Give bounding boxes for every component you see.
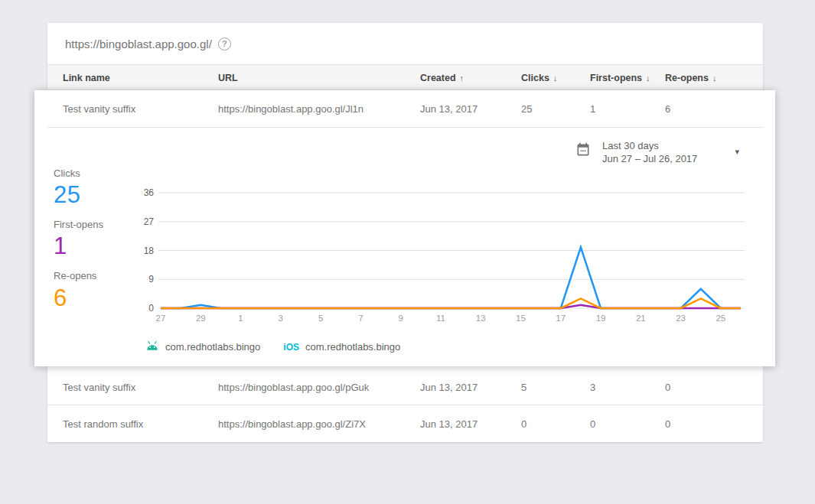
sort-desc-icon: ↓	[646, 73, 650, 83]
svg-text:17: 17	[556, 314, 566, 323]
svg-text:0: 0	[148, 303, 154, 314]
chart-legend: com.redhotlabs.bingo iOS com.redhotlabs.…	[145, 340, 400, 353]
link-name-cell: Test vanity suffix	[63, 369, 135, 405]
row-divider	[47, 127, 763, 128]
column-header-first-opens[interactable]: First-opens↓	[590, 65, 650, 90]
first-opens-stat-label: First-opens	[54, 219, 103, 230]
clicks-stat-label: Clicks	[54, 167, 80, 179]
table-row[interactable]: Test vanity suffix https://bingoblast.ap…	[47, 369, 763, 405]
table-row-expanded[interactable]: Test vanity suffix https://bingoblast.ap…	[34, 90, 775, 127]
re-opens-stat-label: Re-opens	[54, 270, 96, 281]
svg-text:5: 5	[318, 314, 323, 323]
svg-text:9: 9	[398, 314, 403, 323]
first-opens-cell: 0	[590, 405, 595, 442]
card-header: https://bingoblast.app.goo.gl/ ?	[47, 23, 763, 65]
expanded-link-analytics-panel: Test vanity suffix https://bingoblast.ap…	[34, 90, 775, 366]
date-range-preset: Last 30 days	[602, 139, 697, 152]
svg-text:15: 15	[516, 314, 526, 323]
svg-text:27: 27	[156, 314, 166, 323]
column-header-link-name[interactable]: Link name	[63, 65, 114, 90]
date-range-dates: Jun 27 – Jul 26, 2017	[602, 152, 697, 165]
clicks-stat-value: 25	[54, 181, 80, 209]
created-cell: Jun 13, 2017	[420, 90, 478, 127]
sort-desc-icon: ↓	[712, 73, 717, 83]
svg-text:9: 9	[148, 274, 154, 285]
svg-text:19: 19	[596, 314, 606, 323]
svg-text:13: 13	[476, 314, 486, 323]
svg-text:11: 11	[436, 314, 445, 323]
clicks-cell: 0	[521, 405, 526, 442]
legend-label: com.redhotlabs.bingo	[165, 341, 260, 353]
help-icon[interactable]: ?	[218, 37, 231, 50]
svg-text:36: 36	[144, 187, 155, 198]
legend-item-android: com.redhotlabs.bingo	[145, 340, 260, 353]
link-name-cell: Test vanity suffix	[63, 90, 135, 127]
sort-asc-icon: ↑	[460, 73, 465, 83]
svg-text:3: 3	[279, 314, 283, 323]
svg-text:7: 7	[358, 314, 363, 323]
column-header-url[interactable]: URL	[218, 65, 242, 90]
column-header-created[interactable]: Created↑	[420, 65, 464, 90]
re-opens-cell: 6	[665, 90, 670, 127]
table-row[interactable]: Test random suffix https://bingoblast.ap…	[47, 405, 763, 442]
column-header-re-opens[interactable]: Re-opens↓	[665, 65, 716, 90]
android-icon	[145, 340, 159, 353]
legend-item-ios: iOS com.redhotlabs.bingo	[283, 341, 400, 353]
svg-text:23: 23	[676, 314, 686, 323]
table-header: Link name URL Created↑ Clicks↓ First-ope…	[47, 65, 763, 90]
svg-text:27: 27	[144, 216, 155, 227]
sort-desc-icon: ↓	[553, 73, 558, 83]
legend-label: com.redhotlabs.bingo	[305, 341, 400, 353]
svg-text:29: 29	[196, 314, 206, 323]
re-opens-cell: 0	[665, 369, 670, 405]
calendar-icon	[575, 142, 591, 170]
created-cell: Jun 13, 2017	[420, 405, 478, 442]
clicks-cell: 25	[521, 90, 532, 127]
ios-icon: iOS	[283, 342, 299, 353]
clicks-cell: 5	[521, 369, 526, 405]
svg-text:25: 25	[716, 314, 725, 323]
domain-url: https://bingoblast.app.goo.gl/	[65, 37, 212, 50]
analytics-line-chart: 091827362729135791113151719212325	[142, 185, 754, 327]
svg-text:21: 21	[636, 314, 646, 323]
column-header-clicks[interactable]: Clicks↓	[521, 65, 557, 90]
svg-text:18: 18	[144, 245, 155, 256]
url-cell: https://bingoblast.app.goo.gl/Zi7X	[218, 405, 366, 442]
created-cell: Jun 13, 2017	[420, 369, 478, 405]
re-opens-stat-value: 6	[54, 285, 67, 312]
link-name-cell: Test random suffix	[63, 405, 143, 442]
first-opens-stat-value: 1	[54, 232, 67, 260]
date-range-selector[interactable]: Last 30 days Jun 27 – Jul 26, 2017 ▾	[575, 139, 751, 170]
re-opens-cell: 0	[665, 405, 670, 442]
first-opens-cell: 3	[590, 369, 595, 405]
first-opens-cell: 1	[590, 90, 595, 127]
chevron-down-icon: ▾	[735, 147, 739, 157]
url-cell: https://bingoblast.app.goo.gl/pGuk	[218, 369, 369, 405]
url-cell: https://bingoblast.app.goo.gl/Jl1n	[218, 90, 363, 127]
svg-text:1: 1	[238, 314, 243, 323]
